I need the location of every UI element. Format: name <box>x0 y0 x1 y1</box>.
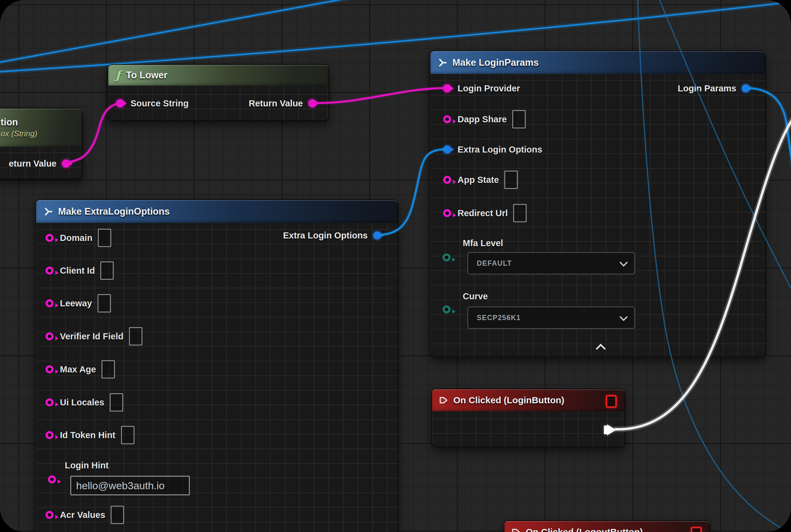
collapse-node-chevron[interactable] <box>596 344 606 354</box>
app-state-pin[interactable] <box>443 176 451 184</box>
node-make-extra-login-options-title: Make ExtraLoginOptions <box>58 206 170 217</box>
node-get-text-header[interactable]: tion ox (String) <box>0 109 82 147</box>
node-title-fragment: tion <box>1 117 18 128</box>
login-provider-label: Login Provider <box>458 83 520 94</box>
verifier-id-field-pin[interactable] <box>45 332 54 340</box>
client-id-value-input[interactable] <box>100 261 114 280</box>
mfa-level-label: Mfa Level <box>463 238 503 248</box>
client-id-pin[interactable] <box>45 267 54 274</box>
node-subtitle-fragment: ox (String) <box>1 129 37 138</box>
login-provider-pin[interactable] <box>443 84 451 92</box>
node-make-extra-login-options-header[interactable]: Make ExtraLoginOptions <box>36 200 398 223</box>
wire-to-lower-to-provider-wire <box>310 88 446 103</box>
delegate-pin-icon[interactable] <box>606 395 617 408</box>
node-get-text-partial[interactable]: tion ox (String) eturn Value <box>0 108 83 179</box>
node-on-clicked-login-button[interactable]: On Clicked (LoginButton) <box>431 388 625 447</box>
app-state-value-input[interactable] <box>504 171 518 189</box>
mfa-level-value: DEFAULT <box>477 259 512 268</box>
node-to-lower[interactable]: ƒ To Lower Source String Return Value <box>108 64 329 121</box>
acr-values-pin[interactable] <box>45 511 54 519</box>
node-on-clicked-logout-button[interactable]: On Clicked (LogoutButton) <box>504 520 710 532</box>
domain-label: Domain <box>60 233 92 243</box>
dapp-share-row: Dapp Share <box>443 108 526 130</box>
extra-login-options-output-row: Extra Login Options <box>283 227 381 243</box>
id-token-hint-pin[interactable] <box>45 431 54 439</box>
make-struct-icon <box>43 207 53 216</box>
dropdown-chevron-icon <box>619 313 628 321</box>
extra-login-options-input-pin[interactable] <box>443 146 451 153</box>
leeway-label: Leeway <box>60 299 92 308</box>
exec-output-pin[interactable] <box>607 424 616 435</box>
max-age-pin[interactable] <box>45 365 54 373</box>
acr-values-row: Acr Values <box>45 504 124 526</box>
dapp-share-pin[interactable] <box>443 115 451 123</box>
node-on-clicked-logout-title: On Clicked (LogoutButton) <box>526 527 643 532</box>
domain-value-input[interactable] <box>98 229 111 247</box>
redirect-url-value-input[interactable] <box>513 204 527 222</box>
node-make-login-params-title: Make LoginParams <box>452 57 539 68</box>
return-value-output-label: eturn Value <box>9 159 57 169</box>
node-on-clicked-login-header[interactable]: On Clicked (LoginButton) <box>432 389 625 411</box>
extra-login-options-output-label: Extra Login Options <box>283 230 368 241</box>
extra-login-options-output-pin[interactable] <box>373 231 381 240</box>
source-string-input-pin[interactable] <box>116 99 124 107</box>
node-make-extra-login-options[interactable]: Make ExtraLoginOptions Domain Client Id … <box>36 200 398 532</box>
extra-login-options-input-row: Extra Login Options <box>443 138 542 160</box>
dapp-share-value-input[interactable] <box>512 110 526 128</box>
to-lower-return-pin[interactable] <box>308 99 316 107</box>
max-age-row: Max Age <box>45 358 115 380</box>
acr-values-label: Acr Values <box>60 510 105 520</box>
source-string-label: Source String <box>131 98 189 109</box>
node-on-clicked-login-title: On Clicked (LoginButton) <box>453 395 564 405</box>
domain-row: Domain <box>45 227 111 249</box>
node-on-clicked-logout-header[interactable]: On Clicked (LogoutButton) <box>504 521 710 532</box>
dapp-share-label: Dapp Share <box>458 114 507 125</box>
ui-locales-pin[interactable] <box>45 398 54 406</box>
node-to-lower-header[interactable]: ƒ To Lower <box>108 65 329 86</box>
login-hint-label: Login Hint <box>65 460 109 471</box>
login-params-output-label: Login Params <box>678 83 736 94</box>
return-value-output-row: eturn Value <box>9 156 70 172</box>
login-hint-value-input[interactable] <box>70 476 190 495</box>
domain-pin[interactable] <box>45 234 54 242</box>
mfa-level-pin[interactable] <box>443 253 450 261</box>
id-token-hint-value-input[interactable] <box>121 426 134 444</box>
curve-dropdown[interactable]: SECP256K1 <box>467 306 635 329</box>
to-lower-output-row: Return Value <box>249 95 316 111</box>
redirect-url-pin[interactable] <box>443 209 451 217</box>
id-token-hint-row: Id Token Hint <box>45 424 134 446</box>
login-hint-pin[interactable] <box>48 475 56 483</box>
leeway-value-input[interactable] <box>97 294 111 312</box>
verifier-id-field-value-input[interactable] <box>129 327 142 345</box>
delegate-pin-icon[interactable] <box>691 527 702 532</box>
verifier-id-field-row: Verifier Id Field <box>45 325 142 347</box>
redirect-url-label: Redirect Url <box>458 208 508 218</box>
to-lower-return-label: Return Value <box>249 98 303 109</box>
node-make-login-params-header[interactable]: Make LoginParams <box>430 51 765 74</box>
function-icon: ƒ <box>116 70 120 81</box>
event-icon <box>512 528 520 532</box>
make-struct-icon <box>438 58 447 67</box>
wire-ambient-blue-top <box>0 0 351 63</box>
login-params-output-row: Login Params <box>678 80 750 96</box>
ui-locales-value-input[interactable] <box>110 393 123 412</box>
curve-pin[interactable] <box>443 305 450 314</box>
dropdown-chevron-icon <box>619 258 628 267</box>
login-params-output-pin[interactable] <box>742 84 750 92</box>
mfa-level-dropdown[interactable]: DEFAULT <box>467 252 635 274</box>
leeway-row: Leeway <box>45 292 111 314</box>
ui-locales-row: Ui Locales <box>45 391 123 413</box>
blueprint-graph-canvas[interactable]: tion ox (String) eturn Value ƒ To Lower … <box>0 0 791 532</box>
client-id-label: Client Id <box>60 266 95 276</box>
max-age-label: Max Age <box>60 364 96 375</box>
app-state-row: App State <box>443 169 518 191</box>
ui-locales-label: Ui Locales <box>60 397 104 407</box>
acr-values-value-input[interactable] <box>111 506 124 524</box>
node-make-login-params[interactable]: Make LoginParams Login Provider Dapp Sha… <box>430 51 766 357</box>
client-id-row: Client Id <box>45 260 114 282</box>
id-token-hint-label: Id Token Hint <box>60 430 116 440</box>
leeway-pin[interactable] <box>45 299 54 307</box>
max-age-value-input[interactable] <box>101 360 115 379</box>
verifier-id-field-label: Verifier Id Field <box>60 331 123 342</box>
return-value-output-pin[interactable] <box>62 159 70 168</box>
